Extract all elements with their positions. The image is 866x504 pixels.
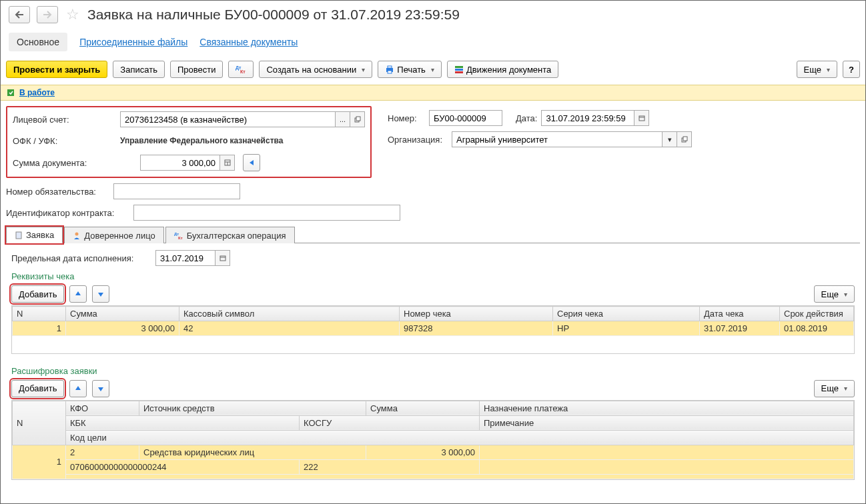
check-section-title: Реквизиты чека (11, 271, 855, 281)
document-tabs: Заявка Доверенное лицо ДтКт Бухгалтерска… (6, 226, 860, 243)
sum-label: Сумма документа: (13, 158, 136, 168)
number-input[interactable] (429, 110, 502, 126)
svg-rect-14 (639, 116, 644, 121)
contract-id-input[interactable] (133, 205, 400, 221)
tab-request-label: Заявка (26, 230, 54, 240)
svg-rect-3 (388, 66, 392, 68)
dt-kt-button[interactable]: ДтКт (228, 61, 254, 78)
nav-tab-main[interactable]: Основное (9, 33, 67, 51)
detail-th-code[interactable]: Код цели (66, 430, 854, 445)
check-move-up-button[interactable] (69, 285, 87, 303)
svg-text:Кт: Кт (240, 69, 246, 74)
toolbar: Провести и закрыть Записать Провести ДтК… (1, 58, 865, 85)
svg-rect-17 (683, 137, 687, 141)
check-add-button[interactable]: Добавить (11, 285, 64, 303)
arrow-up-icon (74, 290, 82, 298)
check-table-row[interactable]: 1 3 000,00 42 987328 НР 31.07.2019 01.08… (13, 321, 854, 336)
account-open-button[interactable] (350, 111, 365, 127)
check-th-date[interactable]: Дата чека (700, 307, 780, 321)
detail-section-title: Расшифровка заявки (11, 366, 855, 376)
check-th-valid[interactable]: Срок действия (780, 307, 854, 321)
arrow-up-icon (74, 385, 82, 393)
printer-icon (385, 65, 394, 74)
number-label: Номер: (388, 113, 425, 123)
calendar-icon (220, 255, 226, 261)
deadline-calendar-button[interactable] (215, 250, 230, 266)
calculator-icon (224, 159, 231, 166)
header: ☆ Заявка на наличные БУ00-000009 от 31.0… (1, 1, 865, 29)
date-input[interactable] (541, 110, 634, 126)
svg-point-19 (75, 233, 79, 236)
svg-rect-10 (356, 117, 360, 121)
post-button[interactable]: Провести (170, 61, 224, 78)
movements-icon (454, 65, 464, 74)
org-input[interactable] (452, 131, 663, 147)
tab-trustee-label: Доверенное лицо (84, 231, 155, 241)
movements-button[interactable]: Движения документа (447, 61, 558, 78)
nav-tab-attached[interactable]: Присоединенные файлы (79, 37, 187, 47)
write-button[interactable]: Записать (113, 61, 165, 78)
movements-label: Движения документа (466, 65, 551, 75)
ofk-value: Управление Федерального казначейства (120, 136, 283, 145)
tab-acc-op-label: Бухгалтерская операция (187, 231, 286, 241)
more-button[interactable]: Еще (797, 61, 837, 78)
favorite-star-icon[interactable]: ☆ (65, 7, 81, 23)
tab-acc-operation[interactable]: ДтКт Бухгалтерская операция (165, 227, 295, 243)
document-icon (15, 231, 23, 239)
tab-content: Предельная дата исполнения: Реквизиты че… (6, 243, 860, 480)
account-select-button[interactable]: ... (336, 111, 350, 127)
deadline-input[interactable] (155, 250, 215, 266)
tab-trustee[interactable]: Доверенное лицо (64, 227, 163, 243)
nav-tab-related[interactable]: Связанные документы (199, 37, 298, 47)
check-th-series[interactable]: Серия чека (553, 307, 700, 321)
detail-move-down-button[interactable] (92, 380, 109, 397)
status-link[interactable]: В работе (19, 88, 55, 97)
detail-table-row[interactable]: 1 2 Средства юридических лиц 3 000,00 (13, 445, 854, 459)
svg-rect-8 (7, 89, 14, 96)
help-button[interactable]: ? (843, 61, 860, 78)
detail-th-purpose[interactable]: Назначение платежа (480, 401, 854, 415)
detail-th-kfo[interactable]: КФО (66, 401, 139, 415)
detail-th-kbk[interactable]: КБК (66, 415, 300, 430)
detail-move-up-button[interactable] (69, 380, 87, 397)
detail-table-row[interactable]: 07060000000000000244 222 (13, 459, 854, 474)
sum-refresh-button[interactable] (243, 154, 260, 171)
sum-input[interactable] (140, 155, 220, 171)
check-th-n[interactable]: N (13, 307, 66, 321)
detail-th-n[interactable]: N (13, 401, 66, 445)
detail-th-source[interactable]: Источник средств (139, 401, 366, 415)
date-calendar-button[interactable] (634, 110, 649, 126)
create-based-button[interactable]: Создать на основании (259, 61, 372, 78)
highlighted-form-section: Лицевой счет: ... ОФК / УФК: Управление … (6, 106, 372, 178)
account-label: Лицевой счет: (13, 115, 116, 125)
detail-th-note[interactable]: Примечание (480, 415, 854, 430)
check-th-num[interactable]: Номер чека (400, 307, 553, 321)
org-open-button[interactable] (677, 131, 692, 147)
org-dropdown-button[interactable]: ▾ (663, 131, 677, 147)
account-input[interactable] (120, 111, 336, 127)
nav-back-button[interactable] (9, 6, 30, 23)
check-more-button[interactable]: Еще (814, 285, 855, 303)
post-and-close-button[interactable]: Провести и закрыть (6, 61, 107, 78)
detail-add-button[interactable]: Добавить (11, 380, 64, 397)
form-area: Лицевой счет: ... ОФК / УФК: Управление … (1, 101, 865, 480)
detail-table-row[interactable] (13, 474, 854, 479)
ofk-label: ОФК / УФК: (13, 136, 116, 146)
calculator-button[interactable] (220, 155, 235, 171)
check-th-sum[interactable]: Сумма (66, 307, 179, 321)
detail-th-kosgu[interactable]: КОСГУ (300, 415, 480, 430)
nav-forward-button[interactable] (37, 6, 58, 23)
calendar-icon (638, 115, 645, 121)
svg-rect-18 (16, 232, 21, 239)
svg-rect-5 (455, 66, 463, 68)
tab-request[interactable]: Заявка (6, 227, 63, 243)
check-th-symbol[interactable]: Кассовый символ (179, 307, 400, 321)
detail-th-sum[interactable]: Сумма (366, 401, 480, 415)
status-bar: В работе (1, 85, 865, 101)
print-button[interactable]: Печать (378, 61, 442, 78)
check-table: N Сумма Кассовый символ Номер чека Серия… (12, 306, 854, 353)
detail-more-button[interactable]: Еще (814, 380, 855, 397)
dt-kt-icon: ДтКт (236, 65, 246, 74)
check-move-down-button[interactable] (92, 285, 109, 303)
obligation-input[interactable] (113, 183, 240, 199)
